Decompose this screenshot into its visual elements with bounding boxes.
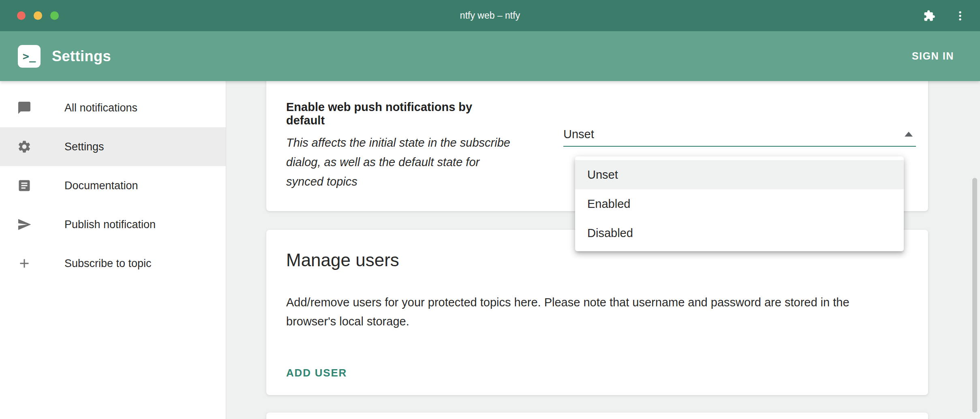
sidebar-item-settings[interactable]: Settings: [0, 127, 226, 166]
chevron-up-icon: [905, 132, 913, 137]
web-push-default-select[interactable]: Unset: [563, 128, 916, 147]
ntfy-logo-icon: >_: [18, 45, 41, 68]
add-user-button[interactable]: ADD USER: [286, 367, 347, 379]
chat-icon: [17, 100, 64, 115]
manage-users-description: Add/remove users for your protected topi…: [286, 293, 894, 331]
select-menu: Unset Enabled Disabled: [575, 156, 904, 251]
extensions-icon[interactable]: [923, 10, 935, 22]
plus-icon: [17, 256, 64, 271]
partial-card: [266, 413, 928, 419]
sidebar-item-documentation[interactable]: Documentation: [0, 166, 226, 205]
web-push-pref-title: Enable web push notifications by default: [286, 100, 513, 127]
window-titlebar: ntfy web – ntfy: [0, 0, 980, 31]
sidebar-item-label: Settings: [64, 141, 104, 153]
page-title: Settings: [52, 48, 111, 65]
sidebar-item-label: Publish notification: [64, 218, 156, 231]
app-bar: >_ Settings SIGN IN: [0, 31, 980, 81]
sidebar-item-all-notifications[interactable]: All notifications: [0, 88, 226, 127]
send-icon: [17, 217, 64, 232]
window-title: ntfy web – ntfy: [0, 0, 980, 31]
menu-item-unset[interactable]: Unset: [575, 160, 904, 189]
menu-item-enabled[interactable]: Enabled: [575, 189, 904, 218]
browser-menu-icon[interactable]: [954, 10, 966, 22]
article-icon: [17, 178, 64, 193]
web-push-pref-description: This affects the initial state in the su…: [286, 133, 513, 191]
sidebar-item-label: All notifications: [64, 102, 137, 114]
gear-icon: [17, 139, 64, 154]
menu-item-disabled[interactable]: Disabled: [575, 218, 904, 248]
sidebar-item-label: Documentation: [64, 180, 138, 192]
manage-users-title: Manage users: [286, 250, 908, 270]
app-window: ntfy web – ntfy >_ Settings SIGN IN All …: [0, 0, 980, 419]
sidebar-item-subscribe-to-topic[interactable]: Subscribe to topic: [0, 244, 226, 283]
sidebar-item-publish-notification[interactable]: Publish notification: [0, 205, 226, 244]
sidebar: All notifications Settings Documentation…: [0, 81, 226, 419]
select-value: Unset: [563, 128, 594, 141]
scrollbar-thumb[interactable]: [972, 178, 977, 413]
sidebar-item-label: Subscribe to topic: [64, 257, 152, 270]
manage-users-card: Manage users Add/remove users for your p…: [266, 230, 928, 395]
sign-in-button[interactable]: SIGN IN: [904, 45, 962, 68]
